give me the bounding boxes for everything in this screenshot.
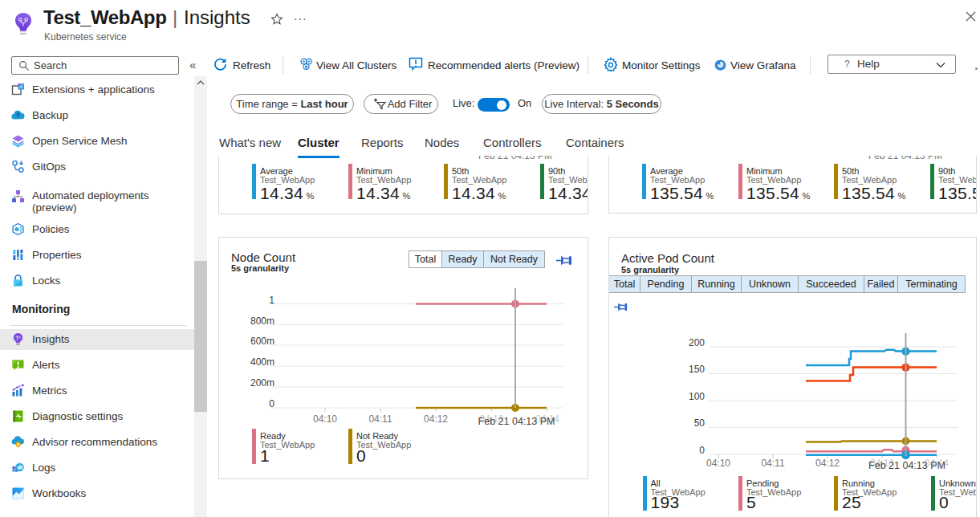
svg-text:Feb 21 04:13 PM: Feb 21 04:13 PM (478, 416, 555, 427)
svg-text:04:10: 04:10 (706, 458, 730, 469)
svg-text:0: 0 (269, 398, 274, 409)
svg-text:100: 100 (689, 391, 705, 402)
svg-text:800m: 800m (250, 315, 274, 327)
svg-text:04:11: 04:11 (368, 413, 392, 425)
svg-text:04:11: 04:11 (761, 458, 784, 469)
svg-text:150: 150 (689, 364, 705, 375)
svg-text:600m: 600m (250, 336, 274, 347)
svg-text:200m: 200m (250, 377, 274, 389)
svg-text:50: 50 (694, 417, 706, 429)
svg-text:1: 1 (269, 295, 274, 306)
svg-text:04:12: 04:12 (815, 458, 840, 469)
svg-text:04:10: 04:10 (313, 413, 337, 425)
svg-text:400m: 400m (250, 356, 274, 368)
svg-text:0: 0 (699, 445, 705, 456)
svg-text:200: 200 (689, 337, 705, 348)
svg-text:04:12: 04:12 (424, 413, 448, 425)
svg-text:Feb 21 04:13 PM: Feb 21 04:13 PM (868, 460, 945, 471)
